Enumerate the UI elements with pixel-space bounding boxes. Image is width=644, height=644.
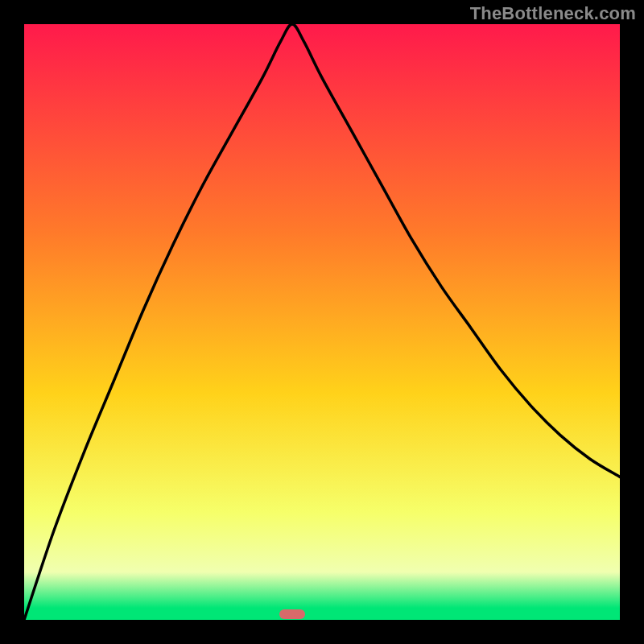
chart-curve: [24, 24, 620, 620]
plot-area: [24, 24, 620, 620]
bottleneck-marker: [279, 609, 305, 619]
chart-frame: TheBottleneck.com: [0, 0, 644, 644]
watermark-text: TheBottleneck.com: [470, 3, 636, 24]
